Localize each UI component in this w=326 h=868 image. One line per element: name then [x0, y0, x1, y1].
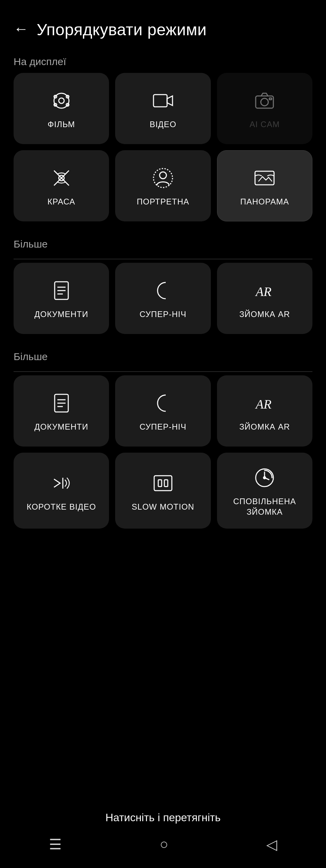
ar1-label: ЗЙОМКА AR	[239, 309, 290, 319]
ar2-label: ЗЙОМКА AR	[239, 421, 290, 432]
mode-tile-video[interactable]: ВІДЕО	[115, 73, 211, 144]
header: ← Упорядкувати режими	[0, 0, 326, 49]
docs1-label: ДОКУМЕНТИ	[34, 309, 88, 319]
section1-grid: ФІЛЬМ ВІДЕО AI CAM КРАСА ПОРТРЕТНА ПАНОР…	[0, 73, 326, 225]
section1-label: На дисплеї	[0, 49, 326, 73]
mode-tile-docs2[interactable]: ДОКУМЕНТИ	[14, 375, 109, 447]
svg-point-15	[153, 169, 173, 188]
nav-back-icon[interactable]: ◁	[266, 836, 277, 853]
svg-point-34	[264, 477, 266, 479]
mode-tile-ar1[interactable]: AR ЗЙОМКА AR	[217, 263, 312, 334]
mode-tile-night1[interactable]: СУПЕР-НІЧ	[115, 263, 211, 334]
beauty-label: КРАСА	[48, 196, 75, 207]
mode-tile-panorama[interactable]: ПАНОРАМА	[217, 150, 312, 221]
video-icon	[152, 90, 174, 119]
svg-point-1	[59, 98, 64, 103]
mode-tile-ar2[interactable]: AR ЗЙОМКА AR	[217, 375, 312, 447]
svg-rect-29	[158, 480, 162, 487]
aicam-icon	[254, 90, 275, 119]
timelapse-icon	[254, 467, 275, 496]
timelapse-label: СПОВІЛЬНЕНА ЗЙОМКА	[222, 496, 307, 517]
section3-label: Більше	[0, 344, 326, 368]
mode-tile-timelapse[interactable]: СПОВІЛЬНЕНА ЗЙОМКА	[217, 453, 312, 529]
section2-label: Більше	[0, 232, 326, 255]
nav-home-icon[interactable]: ○	[160, 836, 168, 852]
mode-tile-film[interactable]: ФІЛЬМ	[14, 73, 109, 144]
svg-rect-6	[153, 95, 167, 107]
docs2-label: ДОКУМЕНТИ	[34, 421, 88, 432]
svg-point-14	[160, 172, 166, 179]
slowmo-icon	[152, 472, 174, 501]
film-label: ФІЛЬМ	[48, 119, 75, 130]
portrait-label: ПОРТРЕТНА	[137, 196, 189, 207]
docs2-icon	[51, 392, 72, 421]
video-label: ВІДЕО	[150, 119, 177, 130]
svg-marker-7	[167, 96, 173, 105]
film-icon	[51, 90, 72, 119]
ar2-icon: AR	[254, 392, 275, 421]
divider1	[14, 259, 312, 259]
shortvid-label: КОРОТКЕ ВІДЕО	[26, 501, 96, 512]
mode-tile-night2[interactable]: СУПЕР-НІЧ	[115, 375, 211, 447]
page: ← Упорядкувати режими На дисплеї ФІЛЬМ В…	[0, 0, 326, 868]
night2-icon	[152, 392, 174, 421]
panorama-icon	[254, 167, 275, 196]
svg-rect-16	[255, 171, 274, 185]
beauty-icon	[51, 167, 72, 196]
svg-text:AR: AR	[255, 397, 271, 411]
back-button[interactable]: ←	[14, 21, 29, 36]
mode-tile-slowmo[interactable]: SLOW MOTION	[115, 453, 211, 529]
mode-tile-shortvid[interactable]: КОРОТКЕ ВІДЕО	[14, 453, 109, 529]
svg-point-9	[261, 98, 268, 106]
mode-tile-aicam[interactable]: AI CAM	[217, 73, 312, 144]
svg-text:AR: AR	[255, 284, 271, 299]
mode-tile-docs1[interactable]: ДОКУМЕНТИ	[14, 263, 109, 334]
svg-rect-28	[154, 476, 172, 491]
page-title: Упорядкувати режими	[37, 20, 207, 39]
mode-tile-beauty[interactable]: КРАСА	[14, 150, 109, 221]
mode-tile-portrait[interactable]: ПОРТРЕТНА	[115, 150, 211, 221]
night2-label: СУПЕР-НІЧ	[140, 421, 186, 432]
slowmo-label: SLOW MOTION	[132, 501, 194, 512]
panorama-label: ПАНОРАМА	[240, 196, 289, 207]
ar1-icon: AR	[254, 280, 275, 309]
aicam-label: AI CAM	[250, 119, 280, 130]
bottom-hint: Натисніть і перетягніть	[0, 811, 326, 824]
section3-grid: ДОКУМЕНТИ СУПЕР-НІЧ AR ЗЙОМКА AR КОРОТКЕ…	[0, 375, 326, 532]
night1-label: СУПЕР-НІЧ	[140, 309, 186, 319]
portrait-icon	[152, 167, 174, 196]
section2-grid: ДОКУМЕНТИ СУПЕР-НІЧ AR ЗЙОМКА AR	[0, 263, 326, 337]
shortvid-icon	[51, 472, 72, 501]
docs1-icon	[51, 280, 72, 309]
svg-rect-10	[269, 98, 272, 100]
night1-icon	[152, 280, 174, 309]
divider2	[14, 371, 312, 372]
nav-menu-icon[interactable]: ☰	[49, 836, 62, 853]
nav-bar: ☰ ○ ◁	[0, 827, 326, 868]
svg-rect-30	[164, 480, 168, 487]
